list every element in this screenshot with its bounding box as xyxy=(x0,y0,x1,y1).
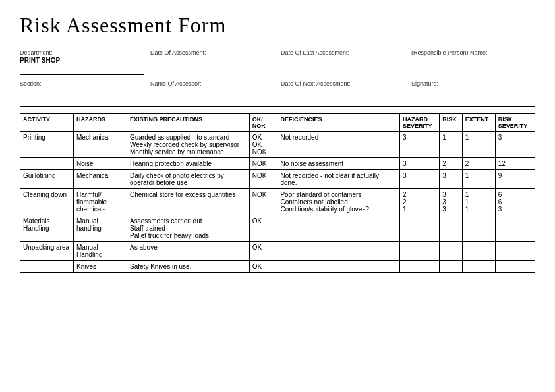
table-cell xyxy=(278,242,400,261)
table-cell xyxy=(495,215,535,242)
table-cell xyxy=(20,261,74,273)
department-label: Department: xyxy=(20,49,144,56)
table-cell: Daily check of photo electrics by operat… xyxy=(127,170,250,189)
table-cell xyxy=(278,215,400,242)
name-of-assessor-field: Name Of Assessor: xyxy=(150,80,274,98)
date-of-assessment-label: Date Of Assessment: xyxy=(150,49,274,56)
table-row: Cleaning downHarmful/ flammable chemical… xyxy=(20,189,535,215)
col-header-precautions: EXISTING PRECAUTIONS xyxy=(127,114,250,132)
table-cell xyxy=(20,158,74,170)
page-title: Risk Assessment Form xyxy=(20,13,535,38)
table-cell: Poor standard of containers Containers n… xyxy=(278,189,400,215)
table-cell: 3 xyxy=(400,170,440,189)
table-cell: NOK xyxy=(249,189,278,215)
table-cell xyxy=(440,215,462,242)
table-cell: Chemical store for excess quantities xyxy=(127,189,250,215)
col-header-hazard-severity: HAZARD SEVERITY xyxy=(400,114,440,132)
table-cell: 3 xyxy=(400,158,440,170)
table-cell: Guillotining xyxy=(20,170,74,189)
table-cell: 2 xyxy=(440,158,462,170)
table-row: KnivesSafety Knives in use.OK xyxy=(20,261,535,273)
table-cell xyxy=(462,261,495,273)
table-cell: Noise xyxy=(74,158,127,170)
table-cell: Printing xyxy=(20,132,74,158)
table-cell xyxy=(278,261,400,273)
table-row: Unpacking areaManual HandlingAs aboveOK xyxy=(20,242,535,261)
table-cell: 9 xyxy=(495,170,535,189)
table-cell: Manual handling xyxy=(74,215,127,242)
table-cell: 3 xyxy=(495,132,535,158)
date-of-next-assessment-label: Date Of Next Assessment: xyxy=(281,80,405,87)
date-of-last-assessment-field: Date Of Last Assessment: xyxy=(281,49,405,75)
col-header-extent: EXTENT xyxy=(462,114,495,132)
table-cell: 1 xyxy=(440,132,462,158)
table-cell: Not recorded - not clear if actually don… xyxy=(278,170,400,189)
table-cell: Manual Handling xyxy=(74,242,127,261)
date-of-last-assessment-label: Date Of Last Assessment: xyxy=(281,49,405,56)
risk-assessment-table: ACTIVITY HAZARDS EXISTING PRECAUTIONS OK… xyxy=(20,113,535,273)
department-field: Department: PRINT SHOP xyxy=(20,49,144,75)
signature-field: Signature: xyxy=(411,80,535,98)
table-cell: OK xyxy=(249,242,278,261)
table-cell xyxy=(440,261,462,273)
table-cell: Mechanical xyxy=(74,132,127,158)
table-cell: Mechanical xyxy=(74,170,127,189)
section-label: Section: xyxy=(20,80,144,87)
col-header-ok-nok: OK/ NOK xyxy=(249,114,278,132)
table-cell: OK xyxy=(249,261,278,273)
col-header-deficiencies: DEFICIENCIES xyxy=(278,114,400,132)
table-cell: No noise assessment xyxy=(278,158,400,170)
table-row: NoiseHearing protection availableNOKNo n… xyxy=(20,158,535,170)
table-cell xyxy=(440,242,462,261)
table-cell: 3 3 3 xyxy=(440,189,462,215)
section-field: Section: xyxy=(20,80,144,98)
table-cell: Harmful/ flammable chemicals xyxy=(74,189,127,215)
table-cell: 3 xyxy=(400,132,440,158)
table-cell xyxy=(495,261,535,273)
table-cell xyxy=(400,242,440,261)
table-cell: 2 2 1 xyxy=(400,189,440,215)
table-cell: NOK xyxy=(249,170,278,189)
table-cell: 1 1 1 xyxy=(462,189,495,215)
col-header-activity: ACTIVITY xyxy=(20,114,74,132)
table-cell: 3 xyxy=(440,170,462,189)
table-cell: Cleaning down xyxy=(20,189,74,215)
col-header-risk: RISK xyxy=(440,114,462,132)
table-cell: 12 xyxy=(495,158,535,170)
table-cell xyxy=(495,242,535,261)
responsible-person-label: (Responsible Person) Name: xyxy=(411,49,535,56)
table-cell: Unpacking area xyxy=(20,242,74,261)
table-cell: 1 xyxy=(462,170,495,189)
responsible-person-field: (Responsible Person) Name: xyxy=(411,49,535,75)
table-cell: Guarded as supplied - to standard Weekly… xyxy=(127,132,250,158)
table-cell: 2 xyxy=(462,158,495,170)
table-cell: 6 6 3 xyxy=(495,189,535,215)
table-cell: Safety Knives in use. xyxy=(127,261,250,273)
table-cell: Knives xyxy=(74,261,127,273)
table-cell: As above xyxy=(127,242,250,261)
col-header-risk-severity: RISK SEVERITY xyxy=(495,114,535,132)
table-row: GuillotiningMechanicalDaily check of pho… xyxy=(20,170,535,189)
table-row: PrintingMechanicalGuarded as supplied - … xyxy=(20,132,535,158)
department-value: PRINT SHOP xyxy=(20,57,144,64)
table-cell: Not recorded xyxy=(278,132,400,158)
date-of-assessment-field: Date Of Assessment: xyxy=(150,49,274,75)
table-cell: OK OK NOK xyxy=(249,132,278,158)
table-cell: NOK xyxy=(249,158,278,170)
table-cell: Hearing protection available xyxy=(127,158,250,170)
separator xyxy=(20,106,535,107)
table-cell: Assessments carried out Staff trained Pa… xyxy=(127,215,250,242)
table-cell xyxy=(400,215,440,242)
date-of-next-assessment-field: Date Of Next Assessment: xyxy=(281,80,405,98)
table-row: Materials HandlingManual handlingAssessm… xyxy=(20,215,535,242)
table-cell: Materials Handling xyxy=(20,215,74,242)
table-cell: 1 xyxy=(462,132,495,158)
table-cell: OK xyxy=(249,215,278,242)
table-cell xyxy=(462,242,495,261)
name-of-assessor-label: Name Of Assessor: xyxy=(150,80,274,87)
col-header-hazards: HAZARDS xyxy=(74,114,127,132)
table-cell xyxy=(400,261,440,273)
signature-label: Signature: xyxy=(411,80,535,87)
table-cell xyxy=(462,215,495,242)
